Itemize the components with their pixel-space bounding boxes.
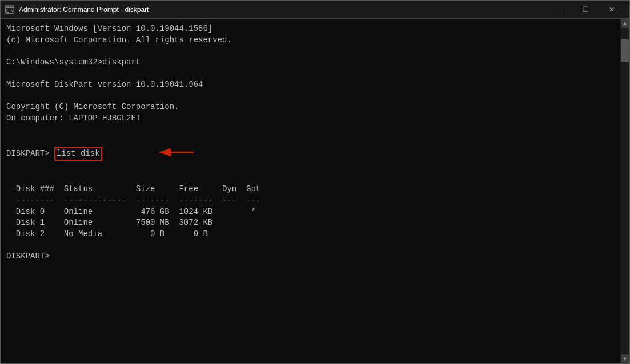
arrow-indicator <box>106 135 199 173</box>
scroll-up-button[interactable]: ▲ <box>621 19 629 28</box>
terminal-line-7 <box>6 91 615 102</box>
terminal-line-8: Copyright (C) Microsoft Corporation. <box>6 102 615 113</box>
content-area: Microsoft Windows [Version 10.0.19044.15… <box>1 19 629 363</box>
table-row-disk1: Disk 1 Online 7500 MB 3072 KB <box>6 217 615 229</box>
terminal-line-12 <box>6 240 615 251</box>
scrollbar[interactable]: ▲ ▼ <box>620 19 629 363</box>
table-row-disk2: Disk 2 No Media 0 B 0 B <box>6 229 615 240</box>
close-button[interactable]: ✕ <box>599 1 625 19</box>
title-bar: C:\ Administrator: Command Prompt - disk… <box>1 1 629 19</box>
window-title: Administrator: Command Prompt - diskpart <box>19 6 546 14</box>
scrollbar-thumb[interactable] <box>621 39 629 62</box>
terminal-line-3 <box>6 46 615 57</box>
terminal-line-6: Microsoft DiskPart version 10.0.19041.96… <box>6 79 615 91</box>
highlighted-command: list disk <box>54 147 102 161</box>
window-controls: — ❐ ✕ <box>546 1 625 19</box>
svg-text:C:\: C:\ <box>6 9 14 14</box>
table-header: Disk ### Status Size Free Dyn Gpt <box>6 184 615 195</box>
terminal-line-10 <box>6 124 615 135</box>
terminal-line-4: C:\Windows\system32>diskpart <box>6 57 615 68</box>
terminal-line-9: On computer: LAPTOP-HJBGL2EI <box>6 113 615 124</box>
diskpart-command-line: DISKPART> list disk <box>6 135 615 173</box>
terminal-line-1: Microsoft Windows [Version 10.0.19044.15… <box>6 23 615 35</box>
terminal-line-11 <box>6 173 615 184</box>
table-row-disk0: Disk 0 Online 476 GB 1024 KB * <box>6 207 615 218</box>
svg-rect-1 <box>6 7 13 8</box>
terminal-line-5 <box>6 68 615 79</box>
cmd-window: C:\ Administrator: Command Prompt - disk… <box>0 0 630 364</box>
restore-button[interactable]: ❐ <box>572 1 599 19</box>
arrow-svg <box>154 147 199 158</box>
terminal-output[interactable]: Microsoft Windows [Version 10.0.19044.15… <box>1 19 620 363</box>
table-separator: -------- ------------- ------- ------- -… <box>6 195 615 207</box>
terminal-line-2: (c) Microsoft Corporation. All rights re… <box>6 35 615 46</box>
window-icon: C:\ <box>5 5 14 14</box>
scroll-down-button[interactable]: ▼ <box>621 354 629 363</box>
final-prompt: DISKPART> <box>6 251 615 262</box>
minimize-button[interactable]: — <box>546 1 572 19</box>
prompt-text: DISKPART> <box>6 148 54 160</box>
